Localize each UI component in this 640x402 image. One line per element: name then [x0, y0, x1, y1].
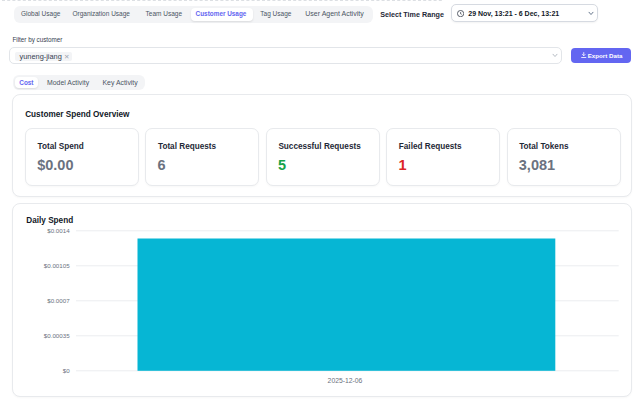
svg-text:$0.0007: $0.0007	[47, 297, 70, 304]
svg-text:2025-12-06: 2025-12-06	[328, 377, 363, 384]
svg-text:$0.0014: $0.0014	[47, 227, 70, 234]
svg-text:$0.00105: $0.00105	[44, 262, 70, 269]
svg-text:$0: $0	[63, 367, 70, 374]
svg-text:$0.00035: $0.00035	[44, 332, 70, 339]
